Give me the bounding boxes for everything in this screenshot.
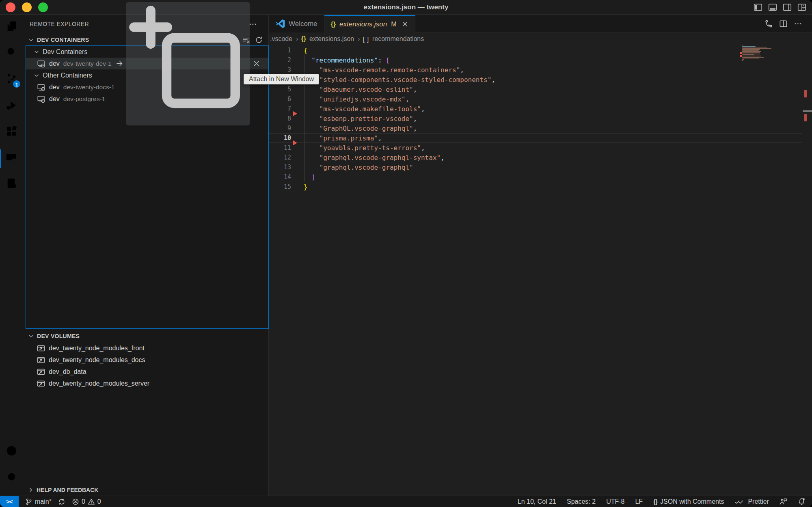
explorer-icon[interactable]: [6, 20, 17, 32]
account-icon[interactable]: [6, 445, 17, 457]
container-name: dev: [49, 84, 60, 91]
run-debug-icon[interactable]: [6, 99, 17, 111]
error-count: 0: [82, 498, 85, 505]
line-number: 14: [269, 173, 291, 181]
line-number: 15: [269, 183, 291, 190]
extensions-icon[interactable]: [6, 125, 17, 137]
minimap-line: [742, 54, 760, 54]
tab-label: extensions.json: [339, 20, 387, 28]
chevron-down-icon: [33, 49, 40, 55]
code-line-11[interactable]: 11 "yoavbls.pretty-ts-errors",: [269, 143, 802, 153]
tab-welcome[interactable]: Welcome: [269, 15, 324, 32]
code-line-14[interactable]: 14 ]: [269, 172, 802, 182]
minimap-error-dot: [740, 55, 742, 57]
volume-name: dev_twenty_node_modules_server: [49, 380, 149, 387]
language-mode-item[interactable]: {} JSON with Comments: [653, 498, 724, 505]
open-changes-icon[interactable]: [764, 19, 773, 28]
code-line-7[interactable]: 7 "ms-vscode.makefile-tools",: [269, 104, 802, 114]
source-control-icon[interactable]: 1: [6, 73, 17, 84]
code-line-12[interactable]: 12 "graphql.vscode-graphql-syntax",: [269, 153, 802, 162]
chevron-down-icon: [33, 72, 40, 79]
line-number: 11: [269, 144, 291, 151]
indentation-item[interactable]: Spaces: 2: [567, 498, 596, 505]
toggle-primary-sidebar-icon[interactable]: [754, 3, 762, 12]
code-line-8[interactable]: 8 "esbenp.prettier-vscode",: [269, 114, 802, 123]
code-text: "styled-components.vscode-styled-compone…: [304, 76, 495, 84]
customize-layout-icon[interactable]: [797, 3, 806, 12]
code-line-15[interactable]: 15}: [269, 182, 802, 192]
volume-item-dev_twenty_node_modules_docs[interactable]: dev_twenty_node_modules_docs: [26, 354, 269, 366]
tree-group-other-containers[interactable]: Other Containers: [26, 69, 268, 81]
toggle-secondary-sidebar-icon[interactable]: [783, 3, 792, 12]
line-number: 3: [269, 66, 291, 73]
encoding-item[interactable]: UTF-8: [606, 498, 624, 505]
code-line-10[interactable]: 10 "prisma.prisma",: [269, 133, 802, 143]
json-file-icon: {}: [301, 35, 306, 43]
section-dev-volumes[interactable]: DEV VOLUMES: [23, 330, 268, 342]
sidebar-title: REMOTE EXPLORER: [30, 21, 89, 27]
code-line-1[interactable]: 1{: [269, 45, 802, 55]
breadcrumb-symbol[interactable]: recommendations: [372, 35, 424, 43]
notifications-bell-icon[interactable]: [798, 498, 806, 505]
volume-icon: [37, 344, 45, 352]
code-line-13[interactable]: 13 "graphql.vscode-graphql": [269, 162, 802, 172]
cursor-position-item[interactable]: Ln 10, Col 21: [518, 498, 556, 505]
remote-indicator[interactable]: ><: [0, 496, 19, 507]
search-icon[interactable]: [6, 46, 17, 58]
minimap-line: [742, 60, 743, 61]
code-area[interactable]: 1{2 "recommendations": [3 "ms-vscode-rem…: [269, 45, 802, 192]
line-number: 6: [269, 95, 291, 103]
sync-changes-item[interactable]: [58, 498, 65, 505]
line-number: 7: [269, 105, 291, 112]
status-bar: >< main* 0 0 Ln 10, Col 21 Spaces: 2 UTF…: [0, 496, 812, 507]
code-text: {: [304, 47, 308, 54]
breadcrumb-file[interactable]: extensions.json: [309, 35, 354, 43]
breadcrumb-folder[interactable]: .vscode: [270, 35, 292, 43]
git-branch-item[interactable]: main*: [25, 498, 52, 505]
warnings-icon: [88, 498, 95, 505]
activity-bar: 1: [0, 15, 23, 496]
attach-in-new-window-button[interactable]: [126, 2, 250, 125]
code-text: ]: [304, 173, 315, 181]
remote-explorer-icon[interactable]: [6, 152, 17, 164]
toggle-panel-icon[interactable]: [768, 3, 777, 12]
eol-item[interactable]: LF: [635, 498, 643, 505]
feedback-icon[interactable]: [780, 498, 787, 505]
container-item-dev-postgres-1[interactable]: devdev-postgres-1: [26, 93, 268, 105]
stop-container-icon[interactable]: [253, 60, 260, 67]
modified-badge: M: [391, 21, 396, 28]
container-id: dev-twenty-docs-1: [63, 84, 115, 91]
vscode-window: extensions.json — twenty 1 REMOTE EXPLOR…: [0, 0, 812, 507]
volume-item-dev_twenty_node_modules_front[interactable]: dev_twenty_node_modules_front: [26, 342, 269, 354]
code-line-4[interactable]: 4 "styled-components.vscode-styled-compo…: [269, 75, 802, 84]
code-line-5[interactable]: 5 "dbaeumer.vscode-eslint",: [269, 84, 802, 94]
code-line-6[interactable]: 6 "unifiedjs.vscode-mdx",: [269, 94, 802, 104]
minimap-line: [742, 46, 756, 47]
line-number: 2: [269, 56, 291, 64]
code-line-3[interactable]: 3 "ms-vscode-remote.remote-containers",: [269, 65, 802, 75]
close-tab-icon[interactable]: [402, 21, 408, 28]
section-help-and-feedback[interactable]: HELP AND FEEDBACK: [23, 484, 268, 496]
git-branch-icon: [25, 498, 32, 505]
container-name: dev: [49, 60, 60, 67]
code-text: "unifiedjs.vscode-mdx",: [304, 95, 409, 103]
minimap-line: [742, 56, 761, 56]
editor-more-actions-icon[interactable]: [794, 19, 802, 28]
attach-container-icon[interactable]: [116, 60, 123, 67]
minimap[interactable]: [740, 45, 776, 65]
formatter-item[interactable]: Prettier: [734, 498, 769, 505]
container-tools-icon[interactable]: [6, 177, 17, 189]
section-label: DEV CONTAINERS: [37, 37, 89, 43]
volume-item-dev_twenty_node_modules_server[interactable]: dev_twenty_node_modules_server: [26, 378, 269, 389]
branch-name: main*: [35, 498, 52, 505]
container-item-dev-twenty-dev-1[interactable]: devdev-twenty-dev-1: [26, 58, 268, 69]
volume-item-dev_db_data[interactable]: dev_db_data: [26, 366, 269, 378]
code-line-2[interactable]: 2 "recommendations": [: [269, 55, 802, 65]
code-line-9[interactable]: 9 "GraphQL.vscode-graphql",: [269, 123, 802, 133]
container-item-dev-twenty-docs-1[interactable]: devdev-twenty-docs-1: [26, 81, 268, 93]
settings-gear-icon[interactable]: [6, 471, 17, 483]
problems-item[interactable]: 0 0: [72, 498, 101, 505]
split-editor-icon[interactable]: [779, 19, 788, 28]
minimap-line: [742, 57, 764, 58]
tab-extensions-json[interactable]: {} extensions.json M: [324, 15, 415, 32]
